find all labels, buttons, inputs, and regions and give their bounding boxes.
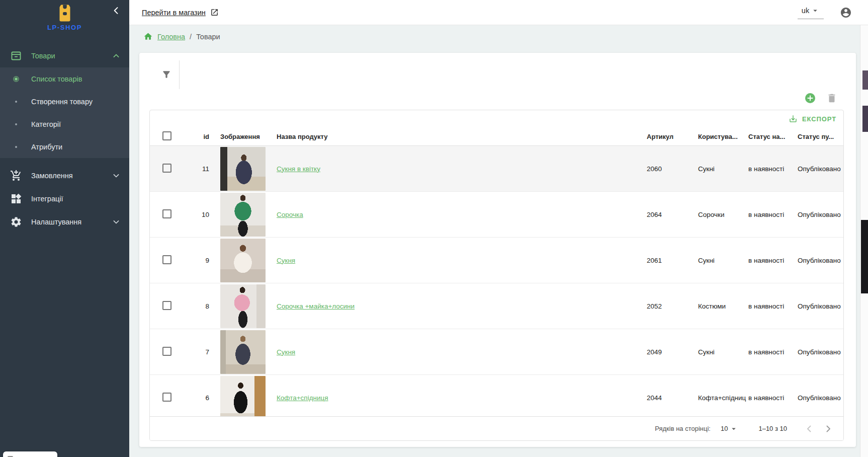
row-publish-status: Опубліковано bbox=[798, 302, 843, 310]
sidebar-item-integrations[interactable]: Інтеграції bbox=[0, 187, 129, 210]
chevron-down-icon bbox=[111, 217, 121, 227]
select-all-checkbox[interactable] bbox=[162, 131, 171, 140]
product-name-link[interactable]: Кофта+спідниця bbox=[277, 394, 328, 402]
row-checkbox[interactable] bbox=[162, 347, 171, 356]
export-download-icon bbox=[789, 114, 798, 123]
row-sku: 2061 bbox=[647, 257, 698, 264]
row-sku: 2049 bbox=[647, 348, 698, 356]
row-stock-status: в наявності bbox=[748, 302, 798, 310]
sidebar-item-settings[interactable]: Налаштування bbox=[0, 210, 129, 234]
row-checkbox[interactable] bbox=[162, 209, 171, 218]
sidebar-item-categories[interactable]: Категорії bbox=[0, 113, 129, 135]
table-header-row: id Зображення Назва продукту Артикул Кор… bbox=[150, 127, 843, 146]
row-publish-status: Опубліковано bbox=[798, 348, 843, 356]
row-id: 6 bbox=[180, 394, 209, 402]
go-to-shop-label: Перейти в магазин bbox=[142, 9, 206, 17]
products-table: ЕКСПОРТ id Зображення Назва продукту Арт… bbox=[149, 110, 844, 441]
sidebar-item-products[interactable]: Товари bbox=[0, 44, 129, 67]
integrations-widgets-icon bbox=[10, 193, 22, 205]
products-box-icon bbox=[10, 50, 22, 62]
edge-image-sliver bbox=[862, 70, 868, 90]
row-stock-status: в наявності bbox=[748, 165, 798, 173]
settings-gear-icon bbox=[10, 216, 22, 228]
product-name-link[interactable]: Сорочка +майка+лосини bbox=[277, 302, 355, 310]
products-submenu: Список товарів Створення товару Категорі… bbox=[0, 67, 129, 158]
external-link-icon bbox=[210, 8, 219, 17]
row-checkbox[interactable] bbox=[162, 255, 171, 264]
sidebar-subitem-label: Атрибути bbox=[31, 143, 62, 151]
row-category: Сукні bbox=[698, 257, 748, 264]
rows-per-page-label: Рядків на сторінці: bbox=[655, 425, 711, 432]
rows-per-page-select[interactable]: 10 bbox=[721, 424, 738, 433]
add-product-button[interactable] bbox=[804, 92, 816, 104]
product-name-link[interactable]: Сорочка bbox=[277, 211, 303, 218]
product-name-link[interactable]: Сукня bbox=[277, 348, 295, 356]
bullet-dot-icon bbox=[10, 146, 22, 148]
language-select[interactable]: uk bbox=[798, 6, 824, 19]
row-checkbox[interactable] bbox=[162, 164, 171, 173]
sidebar-item-attributes[interactable]: Атрибути bbox=[0, 135, 129, 158]
row-stock-status: в наявності bbox=[748, 211, 798, 218]
table-row: 9 Сукня 2061 Сукні в наявності Опубліков… bbox=[150, 238, 843, 283]
product-photo[interactable] bbox=[220, 330, 266, 374]
topbar: Перейти в магазин uk bbox=[129, 0, 868, 25]
row-id: 8 bbox=[180, 302, 209, 310]
previous-page-button[interactable] bbox=[803, 423, 815, 435]
row-category: Сукні bbox=[698, 165, 748, 173]
column-header-category: Користува... bbox=[698, 133, 748, 140]
sidebar-collapse-icon[interactable] bbox=[111, 6, 121, 16]
product-photo[interactable] bbox=[220, 284, 266, 328]
sidebar-subitem-label: Створення товару bbox=[31, 98, 93, 106]
column-header-id: id bbox=[180, 133, 209, 140]
product-photo[interactable] bbox=[220, 193, 266, 237]
column-header-publish-status: Статус пу... bbox=[798, 133, 843, 140]
go-to-shop-link[interactable]: Перейти в магазин bbox=[142, 8, 219, 17]
orders-cart-plus-icon bbox=[10, 170, 22, 182]
product-photo[interactable] bbox=[220, 376, 266, 418]
sidebar-item-create-product[interactable]: Створення товару bbox=[0, 90, 129, 113]
sidebar-item-label: Налаштування bbox=[31, 218, 111, 226]
row-id: 7 bbox=[180, 348, 209, 356]
pagination-range: 1–10 з 10 bbox=[758, 425, 787, 432]
logo-area: LP-SHOP bbox=[0, 0, 129, 44]
product-photo[interactable] bbox=[220, 239, 266, 282]
row-checkbox[interactable] bbox=[162, 301, 171, 310]
next-page-button[interactable] bbox=[822, 423, 834, 435]
table-row: 10 Сорочка 2064 Сорочки в наявності Опуб… bbox=[150, 192, 843, 238]
row-publish-status: Опубліковано bbox=[798, 394, 843, 402]
product-photo[interactable] bbox=[220, 147, 266, 191]
product-name-link[interactable]: Сукня bbox=[277, 257, 295, 264]
breadcrumb-home-link[interactable]: Головна bbox=[157, 33, 185, 41]
table-row: 6 Кофта+спідниця 2044 Кофта+спідниц в на… bbox=[150, 375, 843, 417]
account-circle-icon[interactable] bbox=[840, 7, 852, 19]
toolbar-divider bbox=[179, 60, 180, 89]
table-body: 11 Сукня в квітку 2060 Сукні в наявності… bbox=[150, 146, 843, 417]
caret-down-icon bbox=[729, 424, 738, 433]
sidebar-item-product-list[interactable]: Список товарів bbox=[0, 67, 129, 90]
row-id: 9 bbox=[180, 257, 209, 264]
column-header-image: Зображення bbox=[209, 133, 277, 140]
export-label: ЕКСПОРТ bbox=[802, 115, 836, 123]
rows-per-page-value: 10 bbox=[721, 425, 728, 432]
export-button[interactable]: ЕКСПОРТ bbox=[789, 114, 836, 123]
delete-selected-button[interactable] bbox=[826, 93, 837, 104]
row-checkbox[interactable] bbox=[162, 393, 171, 402]
sidebar-item-label: Замовлення bbox=[31, 172, 111, 180]
row-publish-status: Опубліковано bbox=[798, 165, 843, 173]
row-publish-status: Опубліковано bbox=[798, 211, 843, 218]
sidebar-subitem-label: Список товарів bbox=[31, 75, 82, 83]
row-sku: 2052 bbox=[647, 302, 698, 310]
breadcrumb-current: Товари bbox=[196, 33, 220, 41]
sidebar-item-orders[interactable]: Замовлення bbox=[0, 164, 129, 187]
column-header-name: Назва продукту bbox=[277, 133, 647, 140]
row-id: 11 bbox=[180, 165, 209, 173]
row-id: 10 bbox=[180, 211, 209, 218]
radio-checked-icon bbox=[10, 76, 22, 82]
product-name-link[interactable]: Сукня в квітку bbox=[277, 165, 320, 173]
table-pagination: Рядків на сторінці: 10 1–10 з 10 bbox=[150, 416, 843, 440]
filter-funnel-icon[interactable] bbox=[161, 69, 171, 80]
table-row: 11 Сукня в квітку 2060 Сукні в наявності… bbox=[150, 146, 843, 192]
row-publish-status: Опубліковано bbox=[798, 257, 843, 264]
row-category: Сукні bbox=[698, 348, 748, 356]
edge-image-sliver bbox=[861, 220, 868, 293]
